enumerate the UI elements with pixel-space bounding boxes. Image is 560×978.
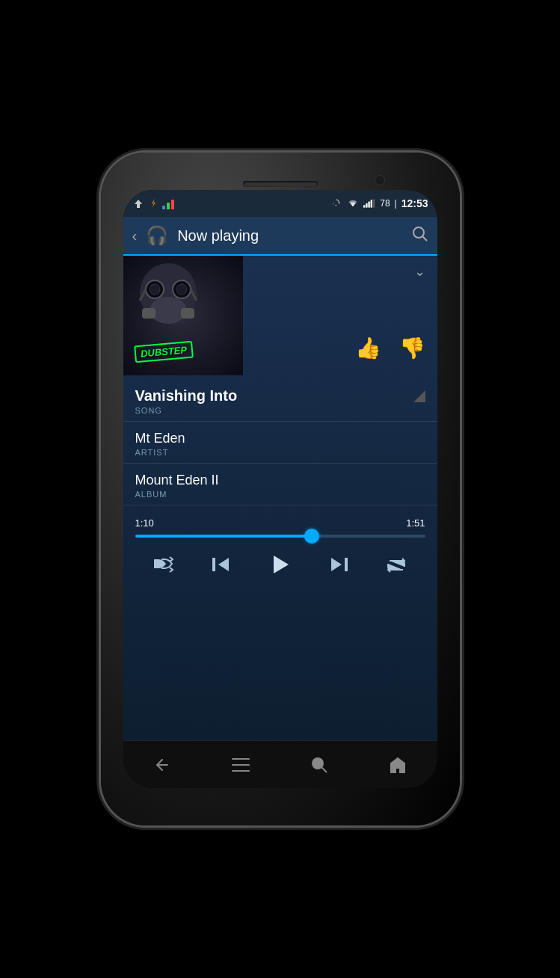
svg-rect-26: [232, 764, 250, 766]
playback-controls: [123, 544, 437, 588]
svg-point-28: [313, 758, 323, 769]
status-left-icons: [132, 197, 176, 209]
svg-marker-20: [218, 558, 229, 571]
artist-name: Mt Eden: [135, 431, 425, 446]
svg-rect-27: [232, 770, 250, 772]
time-row: 1:10 1:51: [135, 517, 425, 529]
time-current: 1:10: [135, 517, 154, 529]
svg-line-29: [322, 767, 327, 772]
time-total: 1:51: [406, 517, 425, 529]
svg-rect-24: [345, 558, 348, 571]
svg-marker-0: [135, 200, 142, 208]
thumb-down-button[interactable]: 👎: [399, 336, 425, 360]
album-section: DUBSTEP ⌄ 👍 👎: [123, 256, 437, 375]
app-bar: ‹ 🎧 Now playing: [123, 217, 437, 256]
front-camera: [375, 175, 385, 185]
svg-point-12: [150, 284, 160, 295]
thumb-up-button[interactable]: 👍: [355, 336, 381, 360]
svg-marker-23: [331, 558, 342, 571]
song-info-text: Vanishing Into SONG: [135, 387, 238, 415]
battery-level: 78: [380, 198, 390, 209]
status-time: 12:53: [401, 197, 428, 209]
svg-rect-25: [232, 758, 250, 760]
progress-thumb[interactable]: [304, 529, 319, 544]
nav-back-button[interactable]: [144, 747, 180, 783]
shuffle-button[interactable]: [154, 556, 173, 573]
nav-search-button[interactable]: [301, 747, 337, 783]
repeat-button[interactable]: [387, 556, 406, 573]
lightning-icon: [147, 197, 159, 209]
svg-point-7: [413, 227, 424, 238]
main-content: DUBSTEP ⌄ 👍 👎 Vanishing Into SONG: [123, 256, 437, 740]
svg-rect-21: [212, 558, 215, 571]
svg-marker-22: [274, 556, 289, 573]
svg-rect-6: [373, 199, 375, 207]
svg-marker-19: [413, 390, 425, 402]
search-button[interactable]: [412, 226, 428, 246]
song-label: SONG: [135, 406, 238, 415]
status-right-icons: 78 | 12:53: [330, 197, 428, 209]
svg-rect-2: [363, 205, 365, 207]
speaker-grill: [243, 181, 318, 187]
nav-menu-button[interactable]: [223, 747, 259, 783]
chart-icon: [162, 197, 176, 209]
back-button[interactable]: ‹: [132, 227, 138, 244]
status-bar: 78 | 12:53: [123, 190, 437, 217]
upload-icon: [132, 197, 144, 209]
rotate-icon: [330, 197, 342, 209]
play-button[interactable]: [268, 553, 292, 576]
svg-rect-16: [181, 308, 194, 319]
phone-screen: 78 | 12:53 ‹ 🎧 Now playing: [123, 190, 437, 788]
app-bar-title: Now playing: [177, 227, 402, 244]
chevron-down-icon[interactable]: ⌄: [414, 263, 425, 280]
svg-marker-1: [152, 199, 156, 208]
album-actions: ⌄ 👍 👎: [243, 256, 437, 375]
svg-point-13: [176, 284, 187, 295]
progress-track[interactable]: [135, 535, 425, 538]
next-button[interactable]: [330, 556, 349, 573]
artist-info: Mt Eden ARTIST: [123, 422, 437, 464]
prev-button[interactable]: [211, 556, 230, 573]
phone-frame: 78 | 12:53 ‹ 🎧 Now playing: [101, 153, 460, 825]
album-name: Mount Eden II: [135, 473, 425, 488]
headphones-icon: 🎧: [146, 225, 168, 246]
rating-buttons: 👍 👎: [355, 336, 425, 360]
artist-label: ARTIST: [135, 448, 425, 457]
song-title: Vanishing Into: [135, 387, 238, 405]
song-info: Vanishing Into SONG: [123, 375, 437, 422]
album-art: DUBSTEP: [123, 256, 243, 375]
svg-rect-4: [369, 202, 370, 208]
album-label: ALBUM: [135, 490, 425, 499]
svg-rect-5: [371, 200, 372, 207]
svg-rect-3: [366, 203, 367, 208]
svg-rect-15: [142, 308, 156, 319]
progress-fill: [135, 535, 313, 538]
wifi-icon: [347, 197, 359, 209]
svg-line-8: [422, 236, 427, 241]
nav-bar: [123, 740, 437, 788]
album-info: Mount Eden II ALBUM: [123, 464, 437, 505]
album-art-background: DUBSTEP: [123, 256, 243, 375]
nav-home-button[interactable]: [380, 747, 416, 783]
progress-section: 1:10 1:51: [123, 505, 437, 544]
signal-icon: [363, 197, 375, 209]
signal-small-icon: [413, 390, 425, 405]
battery-separator: |: [395, 198, 397, 209]
